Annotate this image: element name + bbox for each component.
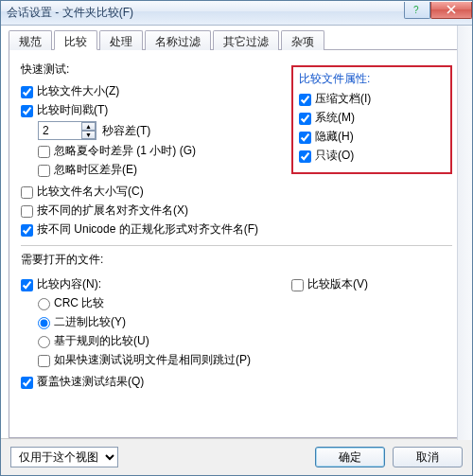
binary-radio[interactable] [38,317,50,329]
skip-if-same-label: 如果快速测试说明文件是相同则跳过(P) [54,352,251,368]
attr-readonly-checkbox[interactable] [299,150,311,163]
compare-timestamp-checkbox[interactable] [21,105,33,117]
attr-system-label: 系统(M) [315,110,355,126]
attr-system-checkbox[interactable] [299,113,311,125]
compare-version-checkbox[interactable] [291,279,304,291]
ok-button[interactable]: 确定 [315,447,385,467]
ignore-dst-checkbox[interactable] [38,146,50,158]
compare-content-checkbox[interactable] [21,279,33,291]
tab-process[interactable]: 处理 [99,30,143,50]
compare-size-checkbox[interactable] [21,86,33,98]
ignore-dst-label: 忽略夏令时差异 (1 小时) (G) [54,143,196,159]
crc-radio[interactable] [38,298,50,310]
scope-select[interactable]: 仅用于这个视图 [10,447,118,467]
tabs: 规范 比较 处理 名称过滤 其它过滤 杂项 [9,29,464,50]
tab-gui[interactable]: 规范 [9,30,52,50]
case-sensitive-checkbox[interactable] [21,186,33,199]
tab-panel-compare: 快速测试: 比较文件大小(Z) 比较时间戳(T) ▲ [9,50,464,438]
ignore-tz-label: 忽略时区差异(E) [54,162,137,178]
crc-label: CRC 比较 [54,295,104,311]
svg-text:?: ? [413,5,419,14]
align-ext-checkbox[interactable] [21,205,33,218]
attr-archive-checkbox[interactable] [299,94,311,106]
open-files-title: 需要打开的文件: [21,252,452,268]
cancel-button[interactable]: 取消 [393,447,463,467]
override-quick-checkbox[interactable] [21,377,33,389]
skip-if-same-checkbox[interactable] [38,355,50,367]
tab-other-filter[interactable]: 其它过滤 [213,30,279,50]
window-title: 会话设置 - 文件夹比较(F) [7,5,404,21]
spin-up[interactable]: ▲ [81,122,96,131]
divider [21,245,452,246]
case-sensitive-label: 比较文件名大小写(C) [37,184,144,200]
footer: 仅用于这个视图 ▼ 确定 取消 [1,438,472,475]
compare-size-label: 比较文件大小(Z) [37,83,119,99]
spin-down[interactable]: ▼ [81,131,96,139]
attributes-box: 比较文件属性: 压缩文档(I) 系统(M) 隐藏(H) [291,65,452,174]
scrollbar[interactable] [457,26,472,440]
quick-test-title: 快速测试: [21,62,291,78]
compare-timestamp-label: 比较时间戳(T) [37,102,108,118]
align-unicode-checkbox[interactable] [21,224,33,237]
align-ext-label: 按不同的扩展名对齐文件名(X) [37,203,188,219]
tab-name-filter[interactable]: 名称过滤 [145,30,211,50]
titlebar: 会话设置 - 文件夹比较(F) ? [1,1,472,26]
align-unicode-label: 按不同 Unicode 的正规化形式对齐文件名(F) [37,221,258,238]
attr-readonly-label: 只读(O) [315,148,354,164]
attr-hidden-checkbox[interactable] [299,132,311,144]
rules-label: 基于规则的比较(U) [54,333,149,349]
seconds-diff-label: 秒容差(T) [102,123,150,139]
compare-content-label: 比较内容(N): [37,276,101,292]
attributes-title: 比较文件属性: [299,71,445,87]
attr-hidden-label: 隐藏(H) [315,129,354,145]
attr-archive-label: 压缩文档(I) [315,91,371,107]
ignore-tz-checkbox[interactable] [38,165,50,177]
tab-misc[interactable]: 杂项 [281,30,324,50]
override-quick-label: 覆盖快速测试结果(Q) [37,374,144,390]
rules-radio[interactable] [38,336,50,348]
compare-version-label: 比较版本(V) [307,276,368,292]
close-button[interactable] [430,2,472,19]
tab-compare[interactable]: 比较 [54,30,97,50]
binary-label: 二进制比较(Y) [54,314,126,330]
help-button[interactable]: ? [404,2,430,19]
